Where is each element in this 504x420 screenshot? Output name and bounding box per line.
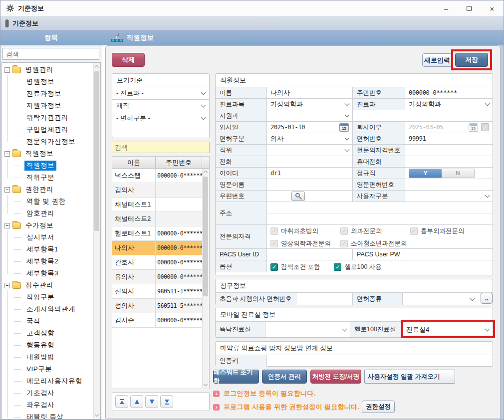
tree-item[interactable]: 메모리사용자유형: [2, 375, 93, 387]
auth-key-field[interactable]: [267, 355, 493, 367]
tree-item[interactable]: 실시부서: [2, 231, 93, 243]
tree-item[interactable]: 병원정보: [2, 76, 93, 88]
tree-item[interactable]: 역할 및 권한: [2, 196, 93, 208]
checkbox-option[interactable]: ✓마취과초빙의: [270, 227, 340, 235]
position-dropdown[interactable]: [267, 145, 353, 156]
dept-dropdown[interactable]: 가정의학과: [405, 99, 493, 110]
ultrasound-license-field[interactable]: [296, 293, 353, 305]
tree-item[interactable]: 기초검사: [2, 387, 93, 399]
tree-collapse-icon[interactable]: [4, 187, 10, 193]
hire-date-field[interactable]: 2025-01-1015: [267, 122, 353, 133]
specialist-no-field[interactable]: [405, 145, 493, 156]
new-entry-button[interactable]: 새로입력: [422, 53, 452, 67]
tree-folder[interactable]: 권한관리: [2, 184, 93, 196]
staff-row[interactable]: 김서준000000-0******: [112, 313, 202, 328]
move-first-button[interactable]: [115, 395, 128, 408]
move-up-button[interactable]: [130, 395, 143, 408]
tree-folder[interactable]: 접수관리: [2, 279, 93, 291]
scrollbar-thumb[interactable]: [203, 177, 208, 296]
tree-item[interactable]: 내원방법: [2, 351, 93, 363]
delete-button[interactable]: 삭제: [112, 53, 145, 67]
save-button[interactable]: 저장: [455, 53, 488, 67]
tree-item[interactable]: 세부항목3: [2, 267, 93, 279]
maximize-button[interactable]: [458, 0, 481, 16]
dept-subject-dropdown[interactable]: 가정의학과: [267, 99, 353, 110]
move-down-button[interactable]: [145, 395, 158, 408]
tree-item[interactable]: 지원과정보: [2, 100, 93, 112]
license-filter-dropdown[interactable]: - 면허구분 -: [112, 112, 209, 124]
permission-settings-button[interactable]: 권한설정: [362, 401, 395, 413]
tree-collapse-icon[interactable]: [4, 67, 10, 73]
staff-row[interactable]: 간호사000000-0******: [112, 255, 202, 270]
tree-item[interactable]: 진료과정보: [2, 88, 93, 100]
tree-folder[interactable]: 직원정보: [2, 148, 93, 160]
scroll-down-icon[interactable]: [204, 382, 208, 386]
close-button[interactable]: ×: [481, 0, 504, 16]
staff-row[interactable]: 신의사980511-1******: [112, 284, 202, 299]
tree-item[interactable]: 행동유형: [2, 339, 93, 351]
column-header-name[interactable]: 이름: [112, 157, 156, 168]
checkbox-option[interactable]: ✓헬로100 사용: [334, 263, 381, 271]
tree-item[interactable]: 암호관리: [2, 208, 93, 219]
employment-filter-dropdown[interactable]: 재직: [112, 99, 209, 112]
zipcode-field[interactable]: [267, 191, 353, 202]
tree-item[interactable]: 전문의가산정보: [2, 136, 93, 148]
phone-field[interactable]: [267, 156, 353, 167]
checkbox-option[interactable]: ✓소아청소년과전문의: [340, 239, 410, 248]
name-field[interactable]: 나의사: [267, 87, 353, 98]
tree-item[interactable]: 직원정보: [2, 160, 93, 172]
stamp-sign-button[interactable]: 처방전 도장/서명: [310, 370, 361, 384]
user-class-dropdown[interactable]: [405, 191, 493, 202]
tree-item[interactable]: VIP구분: [2, 363, 93, 375]
staff-row[interactable]: 채널테스트2: [112, 212, 202, 226]
tree-item[interactable]: 직위구분: [2, 172, 93, 184]
checkbox-option[interactable]: ✓외과전문의: [340, 227, 410, 235]
tree-item[interactable]: 태블릿 증상: [2, 411, 93, 420]
tree-folder[interactable]: 병원관리: [2, 64, 93, 76]
staff-row[interactable]: 김의사: [112, 183, 202, 198]
calendar-icon[interactable]: 15: [339, 123, 349, 132]
staff-search-input[interactable]: [112, 142, 210, 153]
scroll-up-icon[interactable]: [204, 171, 208, 175]
staff-row[interactable]: 헬로테스트1000000-0******: [112, 226, 202, 241]
toggle-yes[interactable]: Y: [409, 169, 442, 178]
tree-item[interactable]: 구입업체관리: [2, 124, 93, 136]
license-no-field[interactable]: 99991: [405, 133, 493, 144]
cert-manage-button[interactable]: 인증서 관리: [262, 370, 307, 384]
checkbox-option[interactable]: ✓흉부외과전문의: [410, 227, 480, 235]
regular-toggle[interactable]: YN: [405, 168, 493, 179]
tree-item[interactable]: 직업구분: [2, 291, 93, 303]
checkbox-option[interactable]: ✓영상의학과전문의: [270, 239, 340, 248]
tree-item[interactable]: 세부항목1: [2, 243, 93, 255]
staff-row[interactable]: 채널테스트1: [112, 198, 202, 212]
tree-item[interactable]: 세부항목2: [2, 255, 93, 267]
address-field[interactable]: [267, 202, 493, 224]
jumin-field[interactable]: 000000-0******: [405, 87, 493, 98]
zipcode-search-button[interactable]: [291, 192, 305, 201]
import-settings-button[interactable]: 사용자설정 일괄 가져오기: [364, 370, 455, 384]
pacs-pw-field[interactable]: [405, 249, 493, 260]
tree-item[interactable]: 고객성향: [2, 327, 93, 339]
reset-password-button[interactable]: 패스워드 초기화: [213, 370, 259, 384]
move-last-button[interactable]: [160, 395, 173, 408]
license-class-dropdown[interactable]: 의사: [267, 133, 353, 144]
tree-scrollbar[interactable]: [93, 63, 100, 419]
staff-row[interactable]: 넉스스탭000000-0******: [112, 169, 202, 183]
dept-filter-dropdown[interactable]: - 진료과 -: [112, 87, 209, 99]
eng-license-no-field[interactable]: [405, 179, 493, 190]
tree-item[interactable]: 좌우검사: [2, 399, 93, 411]
tree-collapse-icon[interactable]: [4, 151, 10, 157]
checkbox-option[interactable]: ✓검색조건 포함: [270, 263, 320, 271]
license-kind-more-button[interactable]: ..: [481, 293, 493, 304]
minimize-button[interactable]: –: [435, 0, 458, 16]
scroll-down-icon[interactable]: [95, 413, 99, 417]
license-kind-dropdown[interactable]: [403, 293, 478, 305]
toggle-no[interactable]: N: [442, 169, 474, 178]
staff-row[interactable]: 유의사000000-0******: [112, 270, 202, 284]
tree-item[interactable]: 위탁기관관리: [2, 112, 93, 124]
eng-name-field[interactable]: [267, 179, 353, 190]
pacs-id-field[interactable]: [267, 249, 353, 260]
mobile-phone-field[interactable]: [405, 156, 493, 167]
scrollbar-thumb[interactable]: [94, 71, 99, 231]
tree-folder[interactable]: 수가정보: [2, 219, 93, 231]
